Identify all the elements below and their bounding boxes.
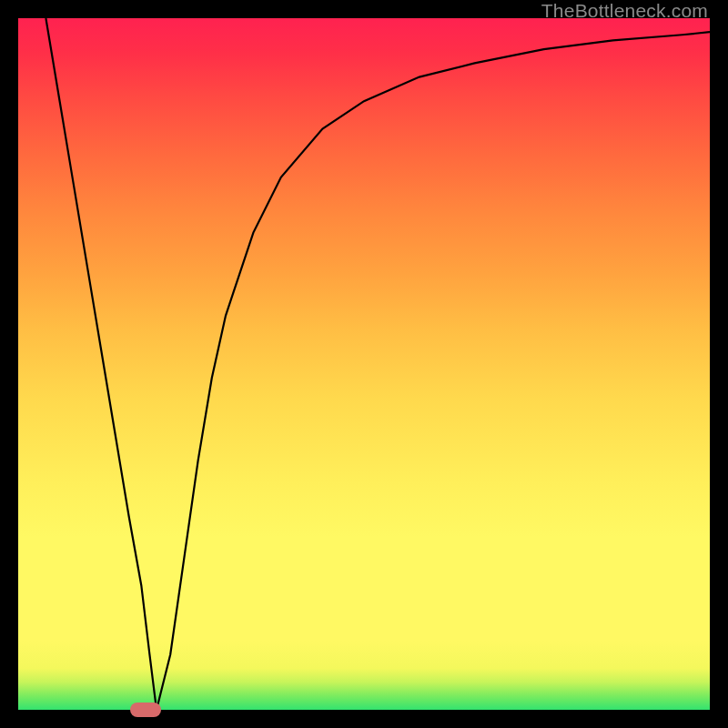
- watermark-text: TheBottleneck.com: [541, 0, 708, 22]
- chart-frame: TheBottleneck.com: [0, 0, 728, 728]
- bottleneck-curve: [18, 18, 710, 710]
- curve-path: [46, 18, 710, 710]
- optimum-marker: [130, 703, 161, 717]
- plot-area: [18, 18, 710, 710]
